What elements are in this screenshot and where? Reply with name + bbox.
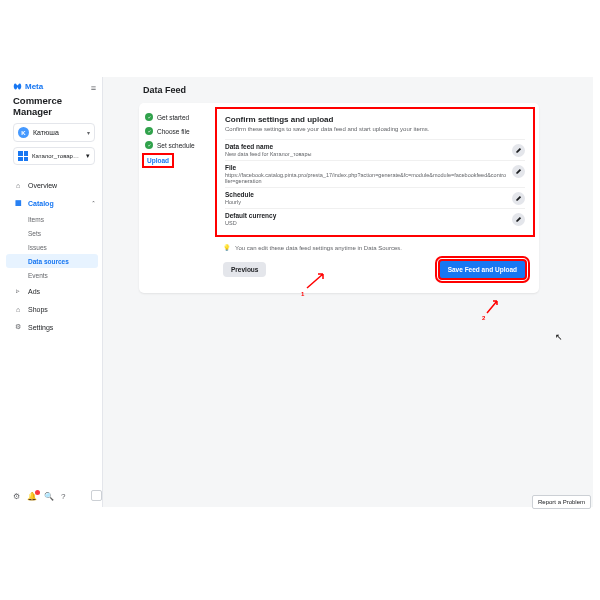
catalog-selector[interactable]: Каталог_товары (321993346… ▾	[13, 147, 95, 165]
gear-icon[interactable]: ⚙	[13, 492, 20, 501]
notification-badge	[35, 490, 40, 495]
chevron-up-icon: ˄	[92, 200, 95, 207]
button-row: Previous Save Feed and Upload	[223, 259, 527, 280]
wizard-content: Confirm settings and upload Confirm thes…	[211, 103, 539, 293]
previous-button[interactable]: Previous	[223, 262, 266, 277]
edit-button[interactable]	[512, 165, 525, 178]
sub-data-sources[interactable]: Data sources	[6, 254, 98, 268]
save-feed-button[interactable]: Save Feed and Upload	[438, 259, 527, 280]
annotation-box: Upload	[142, 153, 174, 168]
catalog-name: Каталог_товары (321993346…	[32, 153, 82, 159]
page-title: Data Feed	[113, 85, 583, 95]
main-content: Data Feed Get started Choose file Set sc…	[103, 77, 593, 507]
sub-issues[interactable]: Issues	[28, 240, 102, 254]
pencil-icon	[515, 216, 522, 223]
edit-button[interactable]	[512, 192, 525, 205]
account-name: Катюша	[33, 129, 59, 136]
pencil-icon	[515, 168, 522, 175]
section-subtitle: Confirm these settings to save your data…	[225, 126, 525, 132]
field-feed-name: Data feed name New data feed for Каталог…	[225, 139, 525, 160]
avatar: K	[18, 127, 29, 138]
help-icon[interactable]: ?	[61, 492, 65, 501]
field-value: USD	[225, 220, 525, 226]
sub-sets[interactable]: Sets	[28, 226, 102, 240]
pencil-icon	[515, 147, 522, 154]
field-label: Schedule	[225, 191, 525, 198]
nav-ads[interactable]: ▹Ads	[6, 282, 102, 300]
sidebar-footer: ⚙ 🔔 🔍 ?	[13, 492, 65, 501]
meta-logo-icon	[13, 82, 22, 91]
check-icon	[145, 141, 153, 149]
search-icon[interactable]: 🔍	[44, 492, 54, 501]
info-note: 💡You can edit these data feed settings a…	[223, 244, 527, 252]
panel-toggle-icon[interactable]	[91, 490, 102, 501]
gear-icon: ⚙	[13, 322, 23, 332]
bell-icon[interactable]: 🔔	[27, 492, 37, 501]
step-list: Get started Choose file Set schedule Upl…	[139, 103, 211, 293]
field-schedule: Schedule Hourly	[225, 187, 525, 208]
nav-shops[interactable]: ⌂Shops	[6, 300, 102, 318]
wizard-card: Get started Choose file Set schedule Upl…	[139, 103, 539, 293]
field-currency: Default currency USD	[225, 208, 525, 229]
app-title: Commerce Manager	[13, 95, 95, 117]
home-icon: ⌂	[13, 180, 23, 190]
check-icon	[145, 113, 153, 121]
catalog-icon: ▦	[13, 198, 23, 208]
lightbulb-icon: 💡	[223, 244, 231, 252]
step-get-started[interactable]: Get started	[145, 113, 205, 121]
catalog-submenu: Items Sets Issues Data sources Events	[6, 212, 102, 282]
sub-events[interactable]: Events	[28, 268, 102, 282]
grid-icon	[18, 151, 28, 161]
check-icon	[145, 127, 153, 135]
field-label: Default currency	[225, 212, 525, 219]
chevron-down-icon: ▾	[86, 152, 90, 160]
meta-brand: Meta	[13, 82, 95, 91]
annotation-box: Confirm settings and upload Confirm thes…	[215, 107, 535, 237]
ads-icon: ▹	[13, 286, 23, 296]
step-set-schedule[interactable]: Set schedule	[145, 141, 205, 149]
edit-button[interactable]	[512, 213, 525, 226]
shop-icon: ⌂	[13, 304, 23, 314]
annotation-arrow	[485, 299, 499, 314]
menu-toggle-icon[interactable]: ≡	[91, 83, 96, 93]
chevron-down-icon: ▾	[87, 129, 90, 136]
nav: ⌂Overview ▦Catalog˄ Items Sets Issues Da…	[6, 176, 102, 336]
nav-overview[interactable]: ⌂Overview	[6, 176, 102, 194]
section-title: Confirm settings and upload	[225, 115, 525, 124]
report-problem-button[interactable]: Report a Problem	[532, 495, 591, 509]
app-frame: Meta ≡ Commerce Manager K Катюша ▾ Катал…	[6, 77, 593, 507]
edit-button[interactable]	[512, 144, 525, 157]
sub-items[interactable]: Items	[28, 212, 102, 226]
field-label: File	[225, 164, 525, 171]
pencil-icon	[515, 195, 522, 202]
account-selector[interactable]: K Катюша ▾	[13, 123, 95, 142]
annotation-label-2: 2	[482, 315, 485, 321]
field-label: Data feed name	[225, 143, 525, 150]
annotation-label-1: 1	[301, 291, 304, 297]
annotation-arrow	[305, 272, 325, 290]
field-value: New data feed for Каталог_товары	[225, 151, 525, 157]
nav-settings[interactable]: ⚙Settings	[6, 318, 102, 336]
sidebar: Meta ≡ Commerce Manager K Катюша ▾ Катал…	[6, 77, 103, 507]
step-upload[interactable]: Upload	[145, 155, 205, 166]
step-choose-file[interactable]: Choose file	[145, 127, 205, 135]
field-value: Hourly	[225, 199, 525, 205]
field-file: File https://facebook.catalog.pinta.pro/…	[225, 160, 525, 187]
nav-catalog[interactable]: ▦Catalog˄	[6, 194, 102, 212]
field-value: https://facebook.catalog.pinta.pro/prest…	[225, 172, 525, 184]
cursor-icon: ↖	[555, 332, 563, 342]
